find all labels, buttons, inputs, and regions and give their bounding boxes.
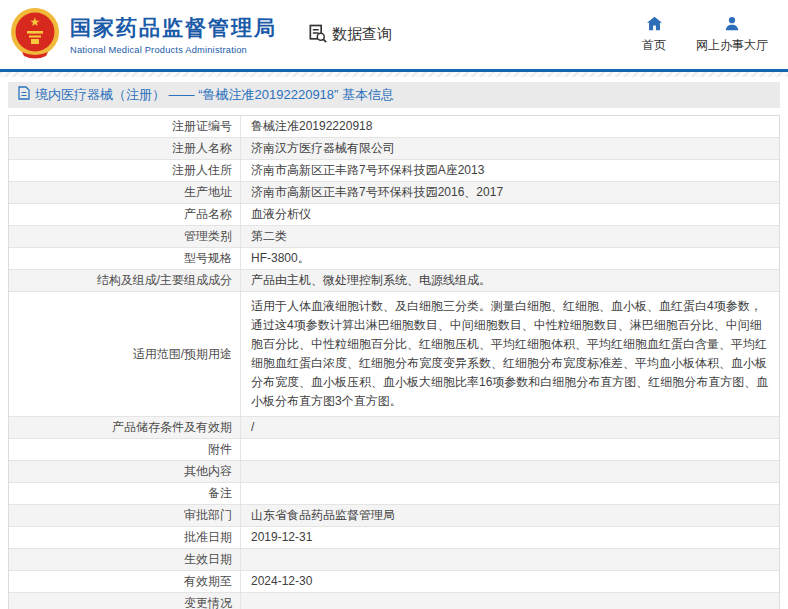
table-row: 管理类别 第二类 [9, 226, 779, 248]
row-value: 济南市高新区正丰路7号环保科技园A座2013 [240, 160, 779, 181]
svg-text:★: ★ [30, 15, 41, 29]
table-row: 批准日期 2019-12-31 [9, 527, 779, 549]
row-value: 2019-12-31 [240, 527, 779, 548]
row-label: 有效期至 [9, 571, 240, 592]
org-name-cn: 国家药品监督管理局 [70, 14, 277, 42]
table-row: 其他内容 [9, 461, 779, 483]
row-label: 生效日期 [9, 549, 240, 570]
table-row: 型号规格 HF-3800。 [9, 248, 779, 270]
document-search-icon [307, 23, 327, 46]
table-row: 生效日期 [9, 549, 779, 571]
row-value: / [240, 417, 779, 438]
row-label: 批准日期 [9, 527, 240, 548]
row-value [240, 483, 779, 504]
section-title-bar: 境内医疗器械（注册） —— “鲁械注准20192220918” 基本信息 [8, 82, 780, 108]
registration-detail-table: 注册证编号 鲁械注准20192220918 注册人名称 济南汉方医疗器械有限公司… [8, 115, 780, 609]
table-row: 备注 [9, 483, 779, 505]
row-value [240, 549, 779, 570]
row-label: 注册人住所 [9, 160, 240, 181]
row-label: 产品储存条件及有效期 [9, 417, 240, 438]
row-label: 其他内容 [9, 461, 240, 482]
nav-home[interactable]: 首页 [642, 16, 666, 54]
row-label: 变更情况 [9, 593, 240, 609]
table-row: 生产地址 济南市高新区正丰路7号环保科技园2016、2017 [9, 182, 779, 204]
row-label: 附件 [9, 439, 240, 460]
row-value: 适用于人体血液细胞计数、及白细胞三分类。测量白细胞、红细胞、血小板、血红蛋白4项… [240, 292, 779, 416]
table-row: 注册人名称 济南汉方医疗器械有限公司 [9, 138, 779, 160]
row-value: 2024-12-30 [240, 571, 779, 592]
table-row: 产品名称 血液分析仪 [9, 204, 779, 226]
table-row: 注册证编号 鲁械注准20192220918 [9, 116, 779, 138]
national-emblem-logo: ★ [8, 6, 62, 64]
row-value [240, 593, 779, 609]
row-value: 鲁械注准20192220918 [240, 116, 779, 137]
table-row: 结构及组成/主要组成成分 产品由主机、微处理控制系统、电源线组成。 [9, 270, 779, 292]
site-header: ★ 国家药品监督管理局 National Medical Products Ad… [0, 0, 788, 72]
row-label: 备注 [9, 483, 240, 504]
row-value [240, 439, 779, 460]
table-row-intended-use: 适用范围/预期用途 适用于人体血液细胞计数、及白细胞三分类。测量白细胞、红细胞、… [9, 292, 779, 417]
table-row: 有效期至 2024-12-30 [9, 571, 779, 593]
table-row: 产品储存条件及有效期 / [9, 417, 779, 439]
home-icon [646, 16, 663, 34]
data-query-tab[interactable]: 数据查询 [307, 23, 392, 46]
row-label: 管理类别 [9, 226, 240, 247]
table-row: 注册人住所 济南市高新区正丰路7号环保科技园A座2013 [9, 160, 779, 182]
row-value: 济南市高新区正丰路7号环保科技园2016、2017 [240, 182, 779, 203]
org-title-block: 国家药品监督管理局 National Medical Products Admi… [70, 14, 277, 55]
nav-home-label: 首页 [642, 37, 666, 54]
row-value: HF-3800。 [240, 248, 779, 269]
row-label: 产品名称 [9, 204, 240, 225]
nav-hall-label: 网上办事大厅 [696, 37, 768, 54]
org-name-en: National Medical Products Administration [70, 45, 277, 55]
row-label: 注册证编号 [9, 116, 240, 137]
user-icon [724, 16, 740, 34]
row-label: 注册人名称 [9, 138, 240, 159]
data-query-label: 数据查询 [332, 25, 392, 44]
table-row: 变更情况 [9, 593, 779, 609]
page-title: 境内医疗器械（注册） —— “鲁械注准20192220918” 基本信息 [35, 86, 394, 104]
header-nav: 首页 网上办事大厅 [642, 16, 768, 54]
row-value: 山东省食品药品监督管理局 [240, 505, 779, 526]
table-row: 附件 [9, 439, 779, 461]
row-value: 产品由主机、微处理控制系统、电源线组成。 [240, 270, 779, 291]
row-label: 型号规格 [9, 248, 240, 269]
row-value: 第二类 [240, 226, 779, 247]
row-label: 审批部门 [9, 505, 240, 526]
row-label: 生产地址 [9, 182, 240, 203]
row-label: 适用范围/预期用途 [9, 292, 240, 416]
row-value: 血液分析仪 [240, 204, 779, 225]
row-value [240, 461, 779, 482]
table-row: 审批部门 山东省食品药品监督管理局 [9, 505, 779, 527]
decorative-stripe-band [0, 72, 788, 77]
nav-online-hall[interactable]: 网上办事大厅 [696, 16, 768, 54]
document-icon [18, 86, 30, 104]
row-label: 结构及组成/主要组成成分 [9, 270, 240, 291]
row-value: 济南汉方医疗器械有限公司 [240, 138, 779, 159]
